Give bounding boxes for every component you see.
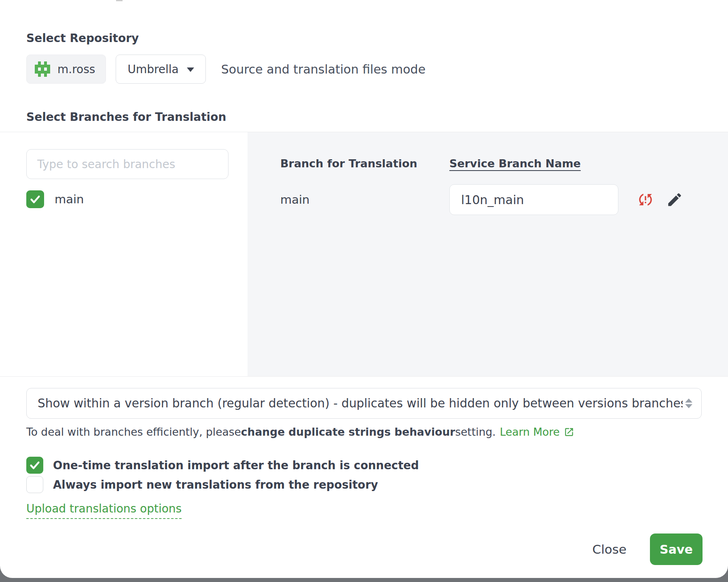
select-repository-heading: Select Repository <box>0 0 728 45</box>
pencil-icon <box>666 191 683 208</box>
always-import-checkbox[interactable] <box>26 476 43 493</box>
chevron-down-icon <box>187 67 194 72</box>
repository-dropdown[interactable]: Umbrella <box>116 55 205 84</box>
note-prefix: To deal with branches efficiently, pleas… <box>26 426 241 438</box>
branch-list-item-main[interactable]: main <box>26 190 248 208</box>
account-name: m.ross <box>57 63 95 76</box>
learn-more-link[interactable]: Learn More <box>500 426 574 438</box>
sync-problem-icon <box>637 191 654 208</box>
repository-row: m.ross Umbrella Source and translation f… <box>0 55 728 84</box>
service-branch-input[interactable] <box>449 184 618 215</box>
checkbox-check-icon <box>29 459 41 471</box>
learn-more-label: Learn More <box>500 426 560 438</box>
note-suffix: setting. <box>455 426 495 438</box>
upload-translations-options-link[interactable]: Upload translations options <box>26 502 182 519</box>
one-time-import-checkbox[interactable] <box>26 457 43 474</box>
duplicate-strings-select[interactable]: Show within a version branch (regular de… <box>26 388 702 419</box>
mapping-branch-label: main <box>280 193 449 207</box>
top-edge-artifact <box>116 0 123 1</box>
sync-problem-button[interactable] <box>637 191 654 208</box>
connect-repository-dialog: Select Repository m.ross Umbrella Source… <box>0 0 728 578</box>
mapping-table-headers: Branch for Translation Service Branch Na… <box>280 157 728 170</box>
select-stepper-icon <box>685 399 692 408</box>
mapping-table-row: main <box>280 184 728 215</box>
edit-service-branch-button[interactable] <box>666 191 683 208</box>
duplicates-note: To deal with branches efficiently, pleas… <box>0 426 728 438</box>
repository-account-chip[interactable]: m.ross <box>26 55 106 84</box>
one-time-import-option[interactable]: One-time translation import after the br… <box>26 457 702 474</box>
service-branch-name-header[interactable]: Service Branch Name <box>449 157 581 170</box>
duplicate-strings-select-value: Show within a version branch (regular de… <box>38 396 683 410</box>
identicon-avatar <box>35 61 50 77</box>
always-import-label: Always import new translations from the … <box>53 478 378 491</box>
select-branches-heading: Select Branches for Translation <box>0 110 728 132</box>
save-button[interactable]: Save <box>650 534 703 565</box>
one-time-import-label: One-time translation import after the br… <box>53 459 419 472</box>
close-button[interactable]: Close <box>593 542 626 557</box>
branch-mapping-panel: Branch for Translation Service Branch Na… <box>248 132 728 376</box>
branch-name-label: main <box>55 192 84 206</box>
external-link-icon <box>564 427 574 437</box>
branch-list-panel: main <box>0 132 248 376</box>
import-options: One-time translation import after the br… <box>0 457 728 519</box>
branch-search-input[interactable] <box>26 149 229 179</box>
files-mode-text: Source and translation files mode <box>221 62 425 76</box>
branch-for-translation-header: Branch for Translation <box>280 157 449 170</box>
dialog-footer: Close Save <box>0 534 728 565</box>
branches-section: main Branch for Translation Service Bran… <box>0 132 728 377</box>
checkbox-check-icon <box>29 193 41 205</box>
branch-checkbox[interactable] <box>26 190 44 208</box>
always-import-option[interactable]: Always import new translations from the … <box>26 476 702 493</box>
repository-dropdown-value: Umbrella <box>127 63 178 76</box>
note-bold: change duplicate strings behaviour <box>241 426 455 438</box>
